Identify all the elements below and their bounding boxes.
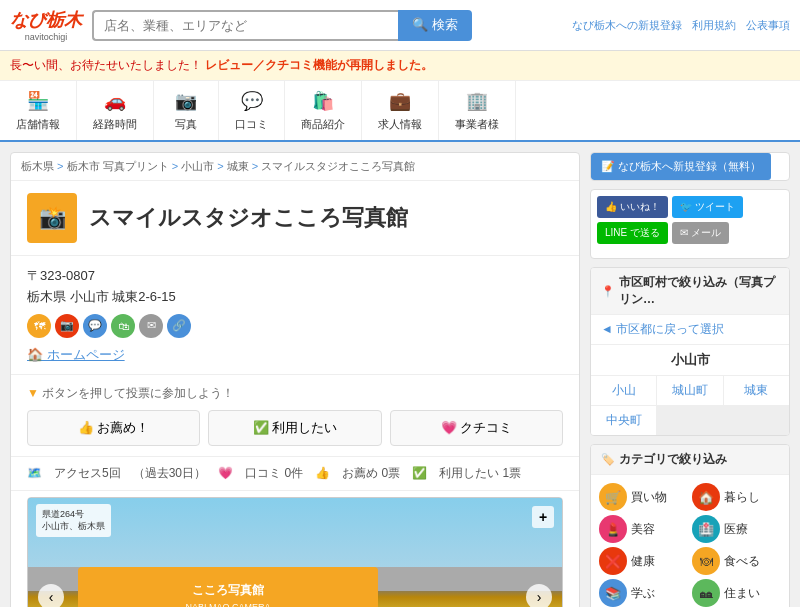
city-item-shiroyamacho[interactable]: 城山町: [657, 376, 722, 405]
city-item-johigashi[interactable]: 城東: [724, 376, 789, 405]
shop-header: 📸 スマイルスタジオこころ写真館: [11, 181, 579, 256]
badge-3[interactable]: 💬: [83, 314, 107, 338]
shop-thumbnail: 📸: [27, 193, 77, 243]
sidebar-register-section: 📝 なび栃木へ新規登録（無料）: [590, 152, 790, 181]
map-arrow-left[interactable]: ‹: [38, 584, 64, 607]
cat-medical-icon: 🏥: [692, 515, 720, 543]
breadcrumb-item-4[interactable]: 城東: [227, 160, 249, 172]
nav-icon-business: 🏢: [461, 89, 493, 113]
map-arrow-right[interactable]: ›: [526, 584, 552, 607]
sidebar-filter-title: 市区町村で絞り込み（写真プリン…: [591, 268, 789, 315]
cat-beauty-label: 美容: [631, 521, 655, 538]
nav-label-jobs: 求人情報: [378, 117, 422, 132]
map-road-label: 県道264号: [42, 508, 105, 521]
stat-recommend: お薦め 0票: [342, 465, 400, 482]
category-eat[interactable]: 🍽 食べる: [692, 547, 781, 575]
city-title: 小山市: [591, 345, 789, 376]
breadcrumb-item-2[interactable]: 栃木市 写真プリント: [67, 160, 169, 172]
nav-item-jobs[interactable]: 💼 求人情報: [362, 81, 439, 140]
breadcrumb-item-1[interactable]: 栃木県: [21, 160, 54, 172]
category-grid: 🛒 買い物 🏠 暮らし 💄 美容 🏥 医療 ❌ 健康: [591, 475, 789, 607]
vote-use-btn[interactable]: ✅ 利用したい: [208, 410, 381, 446]
search-button[interactable]: 🔍 検索: [398, 10, 472, 41]
cat-housing-icon: 🏘: [692, 579, 720, 607]
cat-eat-label: 食べる: [724, 553, 760, 570]
category-health[interactable]: ❌ 健康: [599, 547, 688, 575]
header-link-terms[interactable]: 利用規約: [692, 18, 736, 33]
nav-item-route[interactable]: 🚗 経路時間: [77, 81, 154, 140]
cat-beauty-icon: 💄: [599, 515, 627, 543]
nav-item-shop[interactable]: 🏪 店舗情報: [0, 81, 77, 140]
breadcrumb: 栃木県 > 栃木市 写真プリント > 小山市 > 城東 > スマイルスタジオここ…: [11, 153, 579, 181]
stat-recommend-icon: 👍: [315, 466, 330, 480]
badge-4[interactable]: 🛍: [111, 314, 135, 338]
vote-section: ボタンを押して投票に参加しよう！ 👍 お薦め！ ✅ 利用したい 💗 クチコミ: [11, 375, 579, 457]
breadcrumb-item-current: スマイルスタジオこころ写真館: [261, 160, 415, 172]
vote-recommend-btn[interactable]: 👍 お薦め！: [27, 410, 200, 446]
nav-item-products[interactable]: 🛍️ 商品紹介: [285, 81, 362, 140]
stat-access-period: （過去30日）: [133, 465, 206, 482]
vote-title: ボタンを押して投票に参加しよう！: [27, 385, 563, 402]
social-tweet-btn[interactable]: 🐦 ツイート: [672, 196, 743, 218]
nav-label-shop: 店舗情報: [16, 117, 60, 132]
badge-1[interactable]: 🗺: [27, 314, 51, 338]
stat-map-icon: 🗺️: [27, 466, 42, 480]
nav-icon-route: 🚗: [99, 89, 131, 113]
header-links: なび栃木への新規登録 利用規約 公表事項: [572, 18, 790, 33]
logo-subtext: navitochigi: [25, 32, 68, 42]
shop-stats: 🗺️ アクセス5回 （過去30日） 💗 口コミ 0件 👍 お薦め 0票 ✅ 利用…: [11, 457, 579, 491]
badge-5[interactable]: ✉: [139, 314, 163, 338]
category-housing[interactable]: 🏘 住まい: [692, 579, 781, 607]
vote-buttons: 👍 お薦め！ ✅ 利用したい 💗 クチコミ: [27, 410, 563, 446]
map-zoom-plus[interactable]: +: [532, 506, 554, 528]
cat-learn-label: 学ぶ: [631, 585, 655, 602]
category-learn[interactable]: 📚 学ぶ: [599, 579, 688, 607]
stat-review-icon: 💗: [218, 466, 233, 480]
social-line-btn[interactable]: LINE で送る: [597, 222, 668, 244]
badge-6[interactable]: 🔗: [167, 314, 191, 338]
nav-item-review[interactable]: 💬 口コミ: [219, 81, 285, 140]
building-sign-sub: NABI MAO CAMERA: [185, 602, 270, 607]
nav-icon-jobs: 💼: [384, 89, 416, 113]
logo-text: なび栃木: [10, 8, 82, 32]
shop-title: スマイルスタジオこころ写真館: [89, 203, 408, 233]
postal-code: 〒323-0807: [27, 266, 563, 287]
homepage-link[interactable]: 🏠 ホームページ: [27, 346, 563, 364]
logo: なび栃木 navitochigi: [10, 8, 82, 42]
category-living[interactable]: 🏠 暮らし: [692, 483, 781, 511]
sidebar: 📝 なび栃木へ新規登録（無料） 👍 いいね！ 🐦 ツイート LINE で送る ✉…: [590, 152, 790, 607]
map-info-box: 県道264号 小山市、栃木県: [36, 504, 111, 537]
header-link-public[interactable]: 公表事項: [746, 18, 790, 33]
cat-medical-label: 医療: [724, 521, 748, 538]
vote-review-btn[interactable]: 💗 クチコミ: [390, 410, 563, 446]
header-link-register[interactable]: なび栃木への新規登録: [572, 18, 682, 33]
banner-highlight: レビュー／クチコミ機能が再開しました。: [205, 58, 433, 72]
sidebar-register-btn[interactable]: 📝 なび栃木へ新規登録（無料）: [591, 153, 771, 180]
nav-label-photo: 写真: [175, 117, 197, 132]
filter-back-link[interactable]: 市区都に戻って選択: [591, 315, 789, 345]
category-medical[interactable]: 🏥 医療: [692, 515, 781, 543]
content-area: 栃木県 > 栃木市 写真プリント > 小山市 > 城東 > スマイルスタジオここ…: [10, 152, 580, 607]
search-input[interactable]: [92, 10, 398, 41]
nav-item-business[interactable]: 🏢 事業者様: [439, 81, 516, 140]
social-mail-btn[interactable]: ✉ メール: [672, 222, 729, 244]
sidebar-social-buttons: 👍 いいね！ 🐦 ツイート LINE で送る ✉ メール: [597, 196, 783, 244]
building-sign-top: こころ写真館: [192, 582, 264, 599]
nav-icon-review: 💬: [236, 89, 268, 113]
city-item-oyama[interactable]: 小山: [591, 376, 656, 405]
category-beauty[interactable]: 💄 美容: [599, 515, 688, 543]
stat-access: アクセス5回: [54, 465, 121, 482]
breadcrumb-item-3[interactable]: 小山市: [181, 160, 214, 172]
banner: 長〜い間、お待たせいたしました！ レビュー／クチコミ機能が再開しました。: [0, 51, 800, 81]
stat-want-to-use: 利用したい 1票: [439, 465, 521, 482]
category-shopping[interactable]: 🛒 買い物: [599, 483, 688, 511]
banner-text: 長〜い間、お待たせいたしました！: [10, 58, 202, 72]
badge-2[interactable]: 📷: [55, 314, 79, 338]
nav-item-photo[interactable]: 📷 写真: [154, 81, 219, 140]
cat-living-icon: 🏠: [692, 483, 720, 511]
cat-living-label: 暮らし: [724, 489, 760, 506]
social-like-btn[interactable]: 👍 いいね！: [597, 196, 668, 218]
nav-label-review: 口コミ: [235, 117, 268, 132]
cat-health-label: 健康: [631, 553, 655, 570]
city-item-chuocho[interactable]: 中央町: [591, 406, 656, 435]
